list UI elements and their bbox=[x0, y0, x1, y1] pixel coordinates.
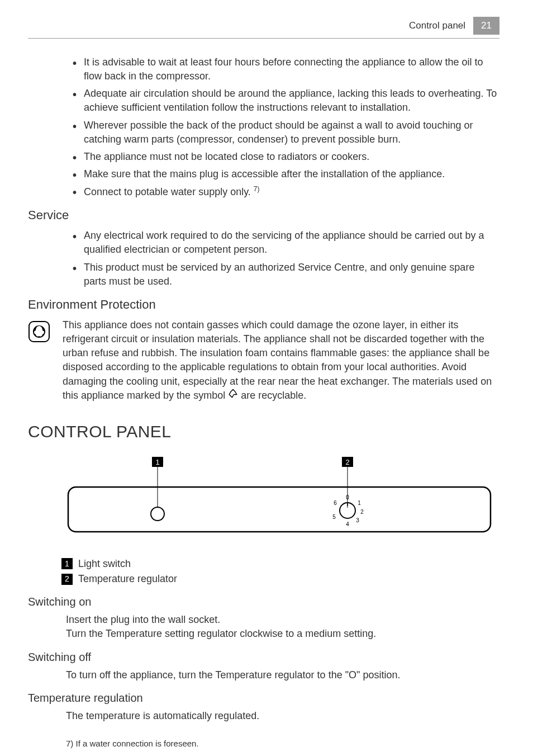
env-text-after: are recyclable. bbox=[238, 390, 306, 401]
env-text-before: This appliance does not contain gasses w… bbox=[63, 319, 492, 401]
dial-num-3: 3 bbox=[356, 517, 359, 523]
list-item: It is advisable to wait at least four ho… bbox=[73, 55, 499, 83]
legend-item-2: 2 Temperature regulator bbox=[61, 572, 499, 586]
svg-rect-6 bbox=[68, 487, 491, 532]
dial-num-1: 1 bbox=[358, 500, 361, 506]
environment-icon bbox=[28, 320, 50, 347]
list-item: Connect to potable water supply only. 7) bbox=[73, 185, 499, 199]
list-item: Adequate air circulation should be aroun… bbox=[73, 87, 499, 115]
body-line: To turn off the appliance, turn the Temp… bbox=[66, 668, 499, 682]
switching-off-heading: Switching off bbox=[28, 649, 499, 665]
bullet-text: Connect to potable water supply only. bbox=[84, 186, 254, 197]
dial-num-5: 5 bbox=[332, 514, 336, 520]
diagram-callout-2: 2 bbox=[345, 458, 349, 466]
list-item: The appliance must not be located close … bbox=[73, 150, 499, 164]
dial-num-4: 4 bbox=[346, 521, 349, 527]
diagram-legend: 1 Light switch 2 Temperature regulator bbox=[61, 557, 499, 586]
service-heading: Service bbox=[28, 207, 499, 224]
list-item: Any electrical work required to do the s… bbox=[73, 229, 499, 257]
legend-num-2: 2 bbox=[61, 574, 73, 585]
header-section-title: Control panel bbox=[409, 19, 465, 32]
service-bullets: Any electrical work required to do the s… bbox=[73, 229, 499, 289]
diagram-callout-1: 1 bbox=[155, 458, 159, 466]
page-header: Control panel 21 bbox=[28, 17, 499, 39]
switching-on-text: Insert the plug into the wall socket. Tu… bbox=[66, 613, 499, 641]
body-line: The temperature is automatically regulat… bbox=[66, 709, 499, 723]
legend-text-1: Light switch bbox=[78, 557, 131, 571]
environment-text: This appliance does not contain gasses w… bbox=[63, 318, 499, 403]
recycle-icon bbox=[228, 389, 238, 403]
footnote: 7) If a water connection is foreseen. bbox=[66, 738, 499, 749]
control-panel-diagram: 1 2 0 1 2 3 4 5 6 bbox=[67, 455, 460, 548]
dial-num-6: 6 bbox=[334, 500, 337, 506]
temp-reg-heading: Temperature regulation bbox=[28, 690, 499, 706]
control-panel-heading: CONTROL PANEL bbox=[28, 420, 499, 443]
switching-on-heading: Switching on bbox=[28, 594, 499, 609]
page-number: 21 bbox=[473, 17, 499, 35]
body-line: Insert the plug into the wall socket. bbox=[66, 613, 499, 627]
list-item: Wherever possible the back of the produc… bbox=[73, 119, 499, 147]
list-item: Make sure that the mains plug is accessi… bbox=[73, 167, 499, 181]
dial-num-2: 2 bbox=[360, 509, 364, 515]
list-item: This product must be serviced by an auth… bbox=[73, 261, 499, 289]
legend-text-2: Temperature regulator bbox=[78, 572, 177, 586]
dial-num-0: 0 bbox=[346, 494, 349, 500]
environment-heading: Environment Protection bbox=[28, 296, 499, 314]
body-line: Turn the Temperature setting regulator c… bbox=[66, 627, 499, 641]
svg-point-7 bbox=[151, 507, 164, 521]
environment-row: This appliance does not contain gasses w… bbox=[28, 318, 499, 403]
legend-item-1: 1 Light switch bbox=[61, 557, 499, 571]
legend-num-1: 1 bbox=[61, 558, 73, 569]
switching-off-text: To turn off the appliance, turn the Temp… bbox=[66, 668, 499, 682]
temp-reg-text: The temperature is automatically regulat… bbox=[66, 709, 499, 723]
installation-bullets: It is advisable to wait at least four ho… bbox=[73, 55, 499, 200]
footnote-ref: 7) bbox=[254, 185, 260, 193]
